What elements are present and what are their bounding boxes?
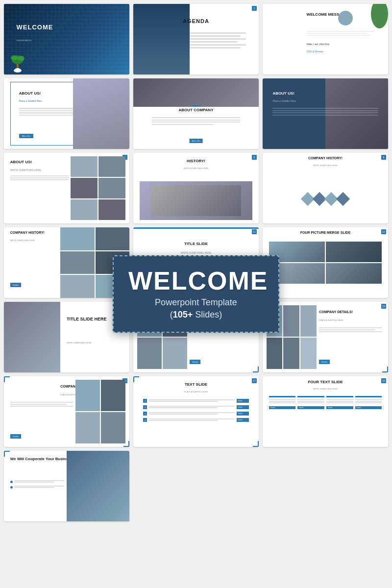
slide-12[interactable]: 12 FOUR PICTURE MERGE SLIDE: [263, 227, 388, 298]
slide-3-role: CEO & Director: [307, 50, 323, 53]
slide-17-corner-br: [253, 441, 259, 447]
slide-5[interactable]: 5 ABOUT COMPANY More Info: [133, 78, 259, 149]
slide-7-photos: [71, 156, 126, 220]
slide-3-person: [338, 11, 353, 25]
slide-1-subtitle: PRESENTATION: [17, 39, 32, 42]
overlay-subtitle: Powerpoint Template: [128, 297, 264, 308]
slide-15-lines: [319, 327, 382, 333]
slide-16[interactable]: 16 COMPANY DETAILS! PLACE A SUBTITLE HER…: [4, 376, 129, 447]
slide-15-sub: PLACE A SUBTITLE HERE: [319, 319, 343, 321]
slide-14-corner-br: [253, 367, 259, 372]
overlay-banner: WELCOME Powerpoint Template (105+ Slides…: [113, 255, 279, 333]
slide-18-cols: Details Details Details Details: [269, 396, 382, 436]
slide-11-sub: WRITE SOMETHING HERE: [180, 251, 211, 254]
slide-13-title: TITLE SLIDE HERE: [67, 316, 107, 322]
slide-8[interactable]: 8 HISTORY! WRITE SOMETHING HERE: [133, 153, 259, 223]
slide-17-badge: 17: [252, 378, 257, 383]
slide-4-title: ABOUT US!: [19, 91, 41, 96]
slide-7-lines: [10, 175, 69, 181]
slide-2-image: [133, 4, 190, 74]
slide-7-sub: WRITE SOMETHING HERE: [10, 169, 41, 172]
svg-point-3: [18, 56, 24, 61]
slide-18[interactable]: 18 FOUR TEXT SLIDE WRITE SOMETHING HERE …: [263, 376, 388, 447]
slide-6-title: ABOUT US!: [272, 91, 294, 96]
slide-18-title: FOUR TEXT SLIDE: [308, 380, 343, 384]
slide-2[interactable]: 2 AGENDA: [133, 4, 259, 74]
slide-5-title: ABOUT COMPANY: [179, 108, 214, 112]
overlay-welcome: WELCOME: [128, 268, 264, 294]
slide-7[interactable]: 7 ABOUT US! WRITE SOMETHING HERE: [4, 153, 129, 223]
slide-16-corner-tl: [4, 376, 10, 382]
slide-14-btn[interactable]: Details: [190, 360, 200, 364]
slide-6[interactable]: 6 ABOUT US! Place a Subtitle Here: [263, 78, 388, 149]
slide-19-items: [10, 480, 64, 491]
overlay-slides-strong: 105+: [173, 310, 193, 319]
slide-10-sub: WRITE SOMETHING HERE: [10, 239, 35, 242]
slide-2-badge: 2: [252, 6, 257, 11]
slide-2-title: AGENDA: [183, 18, 209, 24]
slide-19[interactable]: 19 We Will Cooperate Your Business Growt…: [4, 451, 129, 521]
slide-17-corner-tl: [133, 376, 139, 382]
svg-point-6: [15, 68, 21, 71]
slide-3[interactable]: 3 WELCOME MESSAGE Hello, I am John Doe C…: [263, 4, 388, 74]
slide-15[interactable]: 15 COMPANY DETAILS! PLACE A SUBTITLE HER…: [263, 302, 388, 372]
slide-4[interactable]: 4 ABOUT US! Place a Subtitle Here More I…: [4, 78, 129, 149]
slide-10-btn[interactable]: Details: [10, 283, 21, 287]
slide-4-body: [19, 108, 79, 117]
slide-8-title: HISTORY!: [187, 159, 205, 163]
slide-4-btn[interactable]: More Info: [19, 134, 33, 138]
slide-17-title: TEXT SLIDE: [185, 382, 207, 387]
slide-11-badge: 11: [252, 229, 257, 234]
svg-point-2: [11, 55, 18, 60]
slide-15-btn[interactable]: Details: [319, 360, 330, 364]
slide-11-title: TITLE SLIDE: [184, 242, 208, 246]
slide-3-name: Hello, I am John Doe: [307, 43, 330, 46]
slide-5-lines: [152, 117, 240, 126]
slide-12-grid: [269, 242, 382, 284]
slide-13[interactable]: 13 TITLE SLIDE HERE WRITE SOMETHING HERE: [4, 302, 129, 372]
slide-9[interactable]: 9 COMPANY HISTORY! WRITE SOMETHING HERE: [263, 153, 388, 223]
slide-16-lines: [10, 402, 73, 408]
slide-9-title: COMPANY HISTORY!: [308, 156, 343, 160]
overlay-slides-count: (105+ Slides): [128, 310, 264, 320]
slide-18-badge: 18: [381, 378, 386, 383]
slide-7-title: ABOUT US!: [10, 160, 32, 164]
slide-12-title: FOUR PICTURE MERGE SLIDE: [300, 231, 351, 234]
slide-16-btn[interactable]: Details: [10, 434, 21, 439]
slide-11-bar: [133, 227, 259, 229]
slide-17-sub: PLACE A SUBTITLE HERE: [184, 391, 208, 393]
slide-6-lines: [272, 108, 378, 117]
slide-5-bar: [191, 105, 201, 106]
slide-4-image: [73, 78, 129, 149]
slide-1-title: WELCOME: [17, 24, 53, 31]
slide-13-sub: WRITE SOMETHING HERE: [67, 342, 91, 344]
slide-19-photo: [67, 451, 129, 521]
slide-9-badge: 9: [381, 155, 386, 160]
slide-5-btn[interactable]: More Info: [190, 139, 203, 143]
slide-9-diamonds: [269, 185, 382, 213]
slide-8-photo: [140, 181, 252, 220]
slide-6-subtitle: Place a Subtitle Here: [272, 99, 295, 102]
slide-15-badge: 15: [381, 304, 386, 309]
slide-9-sub: WRITE SOMETHING HERE: [313, 164, 338, 167]
plant-icon: [10, 55, 25, 74]
slide-8-badge: 8: [252, 155, 257, 160]
slide-10[interactable]: 10 COMPANY HISTORY! WRITE SOMETHING HERE…: [4, 227, 129, 298]
slide-4-subtitle: Place a Subtitle Here: [19, 99, 42, 102]
slide-17[interactable]: 17 TEXT SLIDE PLACE A SUBTITLE HERE 1 De…: [133, 376, 259, 447]
slide-12-badge: 12: [381, 229, 386, 234]
slide-19-corner-tl: [4, 451, 10, 457]
slide-2-list: [190, 32, 246, 50]
slide-18-sub: WRITE SOMETHING HERE: [313, 388, 338, 390]
slide-1[interactable]: 1 WELCOME PRESENTATION: [4, 4, 129, 74]
slide-10-title: COMPANY HISTORY!: [10, 231, 45, 234]
slide-15-title: COMPANY DETAILS!: [319, 310, 353, 314]
slide-16-photos: [75, 380, 125, 443]
slide-8-sub: WRITE SOMETHING HERE: [184, 167, 208, 170]
slide-13-person: [4, 302, 60, 372]
slide-5-image: [133, 78, 259, 107]
slide-15-corner-br: [382, 367, 388, 372]
slide-3-plant: [371, 4, 388, 28]
slide-17-items: 1 Details 2 Details 3 Details 4 Details: [143, 399, 248, 440]
